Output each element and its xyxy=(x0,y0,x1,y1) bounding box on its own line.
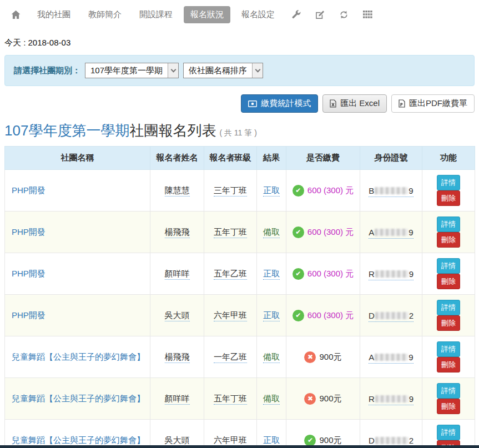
registrant-name[interactable]: 楊飛飛 xyxy=(165,227,190,238)
club-link[interactable]: 兒童舞蹈【公主與王子的夢幻舞會】 xyxy=(12,394,145,403)
registrant-class[interactable]: 五年丁班 xyxy=(214,227,247,238)
registrant-class[interactable]: 一年乙班 xyxy=(214,352,247,363)
payment-stats-label: 繳費統計模式 xyxy=(261,98,311,109)
registrant-class[interactable]: 六年甲班 xyxy=(214,435,247,446)
registrant-class[interactable]: 六年甲班 xyxy=(214,310,247,321)
delete-button[interactable]: 刪除 xyxy=(437,274,460,289)
grid-icon[interactable] xyxy=(363,11,372,19)
delete-button[interactable]: 刪除 xyxy=(437,190,460,206)
result-link[interactable]: 備取 xyxy=(263,352,280,363)
id-first: B xyxy=(369,186,374,195)
registrant-class[interactable]: 五年丁班 xyxy=(214,394,247,405)
registrant-name[interactable]: 吳大頭 xyxy=(165,435,190,446)
fee-amount: 900元 xyxy=(319,394,341,404)
id-number[interactable]: R9 xyxy=(369,394,414,405)
nav-item-registration-settings[interactable]: 報名設定 xyxy=(235,6,281,23)
id-first: D xyxy=(369,311,375,320)
id-masked-blur xyxy=(375,354,408,361)
detail-button[interactable]: 詳情 xyxy=(437,300,460,315)
top-nav: 我的社團 教師簡介 開設課程 報名狀況 報名設定 xyxy=(0,0,479,28)
id-last: 9 xyxy=(409,353,413,362)
id-number[interactable]: B9 xyxy=(369,186,413,197)
club-link[interactable]: PHP開發 xyxy=(12,269,46,278)
refresh-icon[interactable] xyxy=(339,10,349,19)
nav-item-registration-status[interactable]: 報名狀況 xyxy=(184,6,230,23)
result-link[interactable]: 正取 xyxy=(263,435,280,446)
registrant-name[interactable]: 楊飛飛 xyxy=(165,352,190,363)
action-bar: 繳費統計模式 匯出 Excel 匯出PDF繳費單 xyxy=(4,94,475,113)
registrant-class[interactable]: 五年乙班 xyxy=(214,269,247,280)
home-icon[interactable] xyxy=(11,10,21,19)
registrant-class[interactable]: 三年丁班 xyxy=(214,185,247,197)
nav-item-open-courses[interactable]: 開設課程 xyxy=(133,6,179,23)
delete-button[interactable]: 刪除 xyxy=(437,315,460,331)
export-pdf-button[interactable]: 匯出PDF繳費單 xyxy=(391,94,475,113)
registrant-name[interactable]: 吳大頭 xyxy=(165,310,190,321)
delete-button[interactable]: 刪除 xyxy=(437,232,460,248)
fee-amount: 900元 xyxy=(319,352,341,363)
result-link[interactable]: 備取 xyxy=(263,227,280,238)
col-header-name: 報名者姓名 xyxy=(150,147,204,170)
page-title-text: 社團報名列表 xyxy=(129,122,216,139)
id-last: 9 xyxy=(409,269,414,279)
filter-label: 請選擇社團期別： xyxy=(14,66,80,76)
nav-item-teacher-intro[interactable]: 教師簡介 xyxy=(82,6,128,23)
page-title: 107學年度第一學期社團報名列表( 共 11 筆 ) xyxy=(4,121,475,140)
edit-icon[interactable] xyxy=(315,10,325,19)
registrant-name[interactable]: 顏咩咩 xyxy=(165,394,190,405)
col-header-class: 報名者班級 xyxy=(204,147,257,170)
paid-status-icon: ✔ xyxy=(293,268,304,280)
fee-amount: 600 (300) 元 xyxy=(307,310,354,321)
result-link[interactable]: 備取 xyxy=(263,394,280,405)
club-link[interactable]: 兒童舞蹈【公主與王子的夢幻舞會】 xyxy=(12,435,145,445)
club-link[interactable]: 兒童舞蹈【公主與王子的夢幻舞會】 xyxy=(12,352,145,361)
club-link[interactable]: PHP開發 xyxy=(12,185,46,195)
table-row: PHP開發 吳大頭 六年甲班 正取 ✔ 600 (300) 元 D2 詳情 刪除 xyxy=(5,295,475,336)
id-last: 2 xyxy=(409,311,414,320)
table-row: 兒童舞蹈【公主與王子的夢幻舞會】 顏咩咩 五年丁班 備取 ✖ 900元 R9 詳… xyxy=(5,378,475,420)
delete-button[interactable]: 刪除 xyxy=(437,357,460,373)
id-number[interactable]: A9 xyxy=(369,228,413,239)
result-link[interactable]: 正取 xyxy=(263,269,280,280)
id-masked-blur xyxy=(375,437,409,444)
id-first: R xyxy=(369,394,375,404)
registrant-name[interactable]: 顏咩咩 xyxy=(165,269,190,280)
detail-button[interactable]: 詳情 xyxy=(437,217,460,232)
detail-button[interactable]: 詳情 xyxy=(437,258,460,274)
fee-amount: 900元 xyxy=(319,435,341,446)
sort-select-value: 依社團名稱排序 xyxy=(184,63,252,78)
term-select[interactable]: 107學年度第一學期 xyxy=(85,63,179,78)
export-excel-label: 匯出 Excel xyxy=(340,98,380,109)
result-link[interactable]: 正取 xyxy=(263,185,280,197)
id-last: 2 xyxy=(409,436,414,445)
club-link[interactable]: PHP開發 xyxy=(12,227,46,236)
export-excel-button[interactable]: 匯出 Excel xyxy=(322,94,387,113)
detail-button[interactable]: 詳情 xyxy=(437,175,460,190)
club-link[interactable]: PHP開發 xyxy=(12,310,46,320)
paid-status-icon: ✔ xyxy=(293,310,304,321)
export-pdf-label: 匯出PDF繳費單 xyxy=(409,98,467,109)
id-masked-blur xyxy=(375,312,409,319)
sort-select[interactable]: 依社團名稱排序 xyxy=(183,63,263,78)
detail-button[interactable]: 詳情 xyxy=(437,341,460,357)
id-first: A xyxy=(369,228,374,237)
id-number[interactable]: A9 xyxy=(369,353,413,364)
nav-item-my-clubs[interactable]: 我的社團 xyxy=(31,6,77,23)
fee-amount: 600 (300) 元 xyxy=(307,227,354,238)
id-masked-blur xyxy=(375,270,409,278)
id-first: A xyxy=(369,353,374,362)
paid-status-icon: ✔ xyxy=(304,435,316,446)
id-number[interactable]: R9 xyxy=(369,269,414,280)
result-link[interactable]: 正取 xyxy=(263,310,280,321)
payment-stats-button[interactable]: 繳費統計模式 xyxy=(241,94,318,113)
delete-button[interactable]: 刪除 xyxy=(437,399,460,414)
registrant-name[interactable]: 陳慧慧 xyxy=(165,185,190,197)
paid-status-icon: ✔ xyxy=(293,226,304,238)
id-number[interactable]: D2 xyxy=(369,311,414,322)
detail-button[interactable]: 詳情 xyxy=(437,383,460,399)
wrench-icon[interactable] xyxy=(291,10,301,19)
col-header-actions: 功能 xyxy=(422,147,475,170)
chevron-down-icon xyxy=(168,63,178,78)
detail-button[interactable]: 詳情 xyxy=(437,425,460,440)
term-select-value: 107學年度第一學期 xyxy=(85,63,168,78)
